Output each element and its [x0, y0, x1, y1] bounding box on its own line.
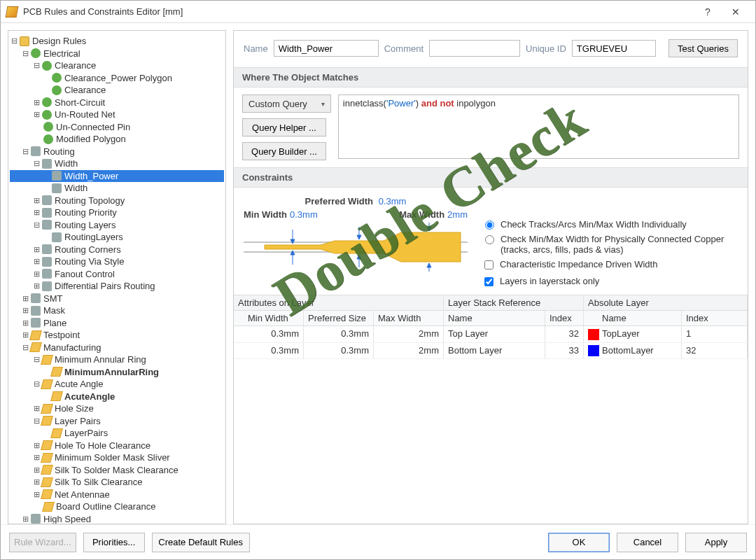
rule-wizard-button: Rule Wizard...	[9, 533, 76, 552]
tree-width[interactable]: Width	[55, 158, 78, 170]
tree-root[interactable]: Design Rules	[32, 35, 86, 48]
max-width-value[interactable]: 2mm	[447, 209, 468, 220]
tree-item[interactable]: LayerPairs	[64, 427, 108, 440]
col-pref[interactable]: Preferred Size	[304, 311, 374, 326]
tree-item[interactable]: Routing Topology	[55, 195, 125, 207]
test-queries-button[interactable]: Test Queries	[668, 39, 738, 57]
col-name2[interactable]: Name	[584, 311, 682, 326]
tree-item[interactable]: Layer Pairs	[55, 415, 101, 428]
col-index[interactable]: Index	[545, 311, 584, 326]
name-input[interactable]	[274, 40, 379, 57]
pref-width-value[interactable]: 0.3mm	[379, 196, 407, 206]
tree-item[interactable]: Plane	[43, 317, 66, 330]
ok-button[interactable]: OK	[548, 533, 610, 552]
tree-item[interactable]: Board Outline Clearance	[56, 500, 155, 513]
tree-item[interactable]: Differential Pairs Routing	[55, 280, 155, 293]
svg-marker-11	[427, 227, 431, 231]
width-diagram: Preferred Width 0.3mm Min Width0.3mm Max…	[244, 196, 468, 290]
match-section-header: Where The Object Matches	[234, 67, 748, 88]
max-width-label: Max Width	[399, 209, 444, 220]
tree-item[interactable]: Silk To Solder Mask Clearance	[55, 464, 178, 477]
tree-item[interactable]: Net Antennae	[55, 489, 110, 501]
tree-clearance[interactable]: Clearance	[55, 59, 96, 72]
col-index2[interactable]: Index	[682, 311, 748, 326]
opt-label: Check Tracks/Arcs Min/Max Width Individu…	[500, 219, 687, 230]
tree-item[interactable]: Mask	[43, 304, 65, 317]
query-textbox[interactable]: innetclass('Power') and not inpolygon	[338, 94, 739, 159]
pref-width-label: Preferred Width	[305, 196, 373, 206]
table-row[interactable]: 0.3mm0.3mm2mmTop Layer32TopLayer1	[234, 326, 748, 343]
tree-item[interactable]: Minimum Annular Ring	[55, 354, 146, 366]
match-mode-value: Custom Query	[248, 99, 307, 109]
titlebar: PCB Rules and Constraints Editor [mm] ? …	[1, 1, 755, 23]
min-width-value[interactable]: 0.3mm	[290, 209, 318, 220]
tree-item[interactable]: Routing Via Style	[55, 255, 125, 268]
tree-item[interactable]: Routing Corners	[55, 244, 121, 256]
tree-item[interactable]: Clearance	[64, 84, 106, 97]
tree-item[interactable]: High Speed	[43, 513, 91, 525]
tree-item[interactable]: RoutingLayers	[64, 231, 123, 244]
tree-item[interactable]: Fanout Control	[55, 268, 115, 281]
apply-button[interactable]: Apply	[685, 533, 747, 552]
window-title: PCB Rules and Constraints Editor [mm]	[23, 6, 694, 17]
tree-item[interactable]: Routing Layers	[55, 219, 115, 232]
tree-item[interactable]: SMT	[43, 293, 62, 305]
close-button[interactable]: ✕	[722, 6, 750, 18]
layerstack-checkbox[interactable]	[484, 277, 493, 286]
tree-item[interactable]: Minimum Solder Mask Sliver	[55, 451, 170, 464]
query-builder-button[interactable]: Query Builder ...	[242, 142, 326, 160]
tree-item[interactable]: Hole Size	[55, 402, 94, 415]
rule-icon	[52, 171, 62, 181]
layer-color-chip	[588, 329, 599, 340]
tree-item-selected[interactable]: Width_Power	[64, 170, 118, 183]
tree-item[interactable]: MinimumAnnularRing	[64, 366, 159, 379]
tree-item[interactable]: Un-Routed Net	[55, 108, 115, 121]
min-width-label: Min Width	[244, 209, 287, 220]
layer-color-chip	[588, 345, 599, 356]
uid-input[interactable]	[572, 40, 656, 57]
tree-item[interactable]: Silk To Silk Clearance	[55, 476, 142, 489]
tree-item[interactable]: Testpoint	[43, 329, 80, 342]
opt-label: Layers in layerstack only	[500, 276, 599, 286]
tree-item[interactable]: Modified Polygon	[56, 133, 126, 146]
rules-tree[interactable]: ⊟Design Rules ⊟Electrical ⊟Clearance Cle…	[10, 35, 224, 524]
impedance-checkbox[interactable]	[484, 260, 493, 270]
svg-marker-9	[357, 255, 361, 259]
comment-label: Comment	[384, 43, 424, 54]
constraint-options: Check Tracks/Arcs Min/Max Width Individu…	[482, 196, 738, 290]
create-default-rules-button[interactable]: Create Default Rules	[152, 533, 250, 552]
tree-electrical[interactable]: Electrical	[43, 48, 80, 60]
tree-item[interactable]: Hole To Hole Clearance	[55, 440, 150, 452]
check-connected-radio[interactable]	[485, 235, 494, 244]
track-shape-icon	[244, 223, 468, 272]
svg-marker-3	[290, 239, 295, 244]
app-icon	[6, 6, 19, 18]
dialog-window: PCB Rules and Constraints Editor [mm] ? …	[0, 0, 756, 560]
cancel-button[interactable]: Cancel	[617, 533, 678, 552]
svg-marker-7	[357, 235, 361, 239]
tree-item[interactable]: Manufacturing	[43, 342, 101, 354]
table-row[interactable]: 0.3mm0.3mm2mmBottom Layer33BottomLayer32	[234, 343, 748, 360]
tree-routing[interactable]: Routing	[43, 146, 75, 158]
col-max[interactable]: Max Width	[374, 311, 444, 326]
comment-input[interactable]	[429, 40, 520, 57]
uid-label: Unique ID	[526, 43, 566, 54]
opt-label: Check Min/Max Width for Physically Conne…	[500, 234, 724, 255]
opt-label: Characteristic Impedance Driven Width	[500, 259, 657, 270]
tree-item[interactable]: Clearance_Power Polygon	[64, 72, 172, 85]
tree-item[interactable]: Short-Circuit	[55, 97, 105, 109]
help-button[interactable]: ?	[694, 6, 722, 18]
tree-item[interactable]: AcuteAngle	[64, 391, 115, 403]
priorities-button[interactable]: Priorities...	[83, 533, 145, 552]
tree-item[interactable]: Routing Priority	[55, 206, 117, 219]
svg-marker-13	[427, 263, 431, 267]
col-name[interactable]: Name	[444, 311, 545, 326]
tree-item[interactable]: Acute Angle	[55, 378, 103, 391]
query-helper-button[interactable]: Query Helper ...	[242, 118, 326, 136]
match-mode-dropdown[interactable]: Custom Query ▾	[242, 94, 331, 113]
check-individually-radio[interactable]	[485, 220, 494, 230]
col-min[interactable]: Min Width	[234, 311, 304, 326]
tree-item[interactable]: Un-Connected Pin	[56, 121, 130, 134]
tree-item[interactable]: Width	[64, 182, 88, 195]
col-group: Layer Stack Reference	[444, 295, 584, 310]
